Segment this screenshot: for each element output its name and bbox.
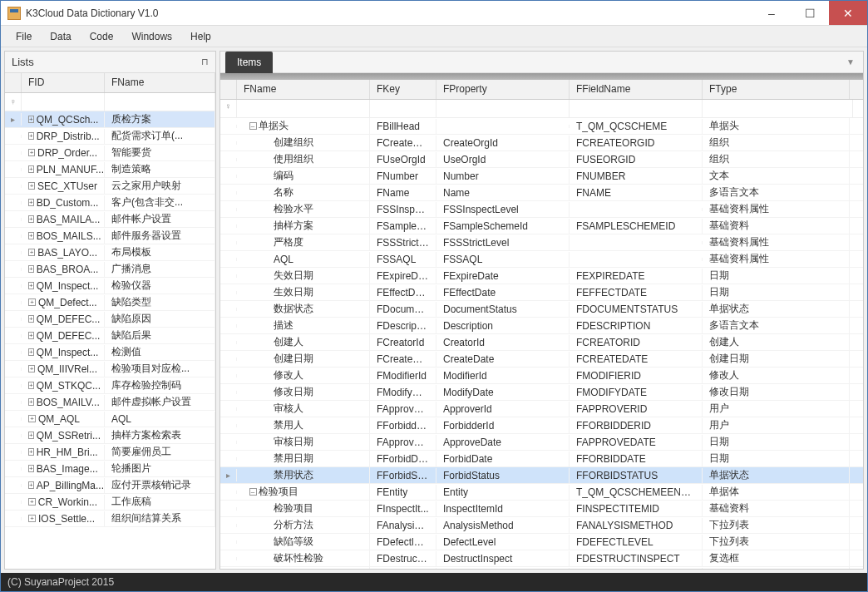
expander-icon[interactable]: + xyxy=(28,149,35,156)
expander-icon[interactable]: + xyxy=(28,415,36,422)
item-row[interactable]: ▸禁用状态FForbidStatusForbidStatusFFORBIDSTA… xyxy=(220,467,863,484)
item-row[interactable]: 创建组织FCreateOrgIdCreateOrgIdFCREATEORGID组… xyxy=(220,135,863,151)
items-col-fname[interactable]: FName xyxy=(237,80,370,99)
item-row[interactable]: 禁用日期FForbidDateForbidDateFFORBIDDATE日期 xyxy=(220,451,863,467)
expander-icon[interactable]: + xyxy=(28,249,35,256)
item-row[interactable]: AQLFSSAQLFSSAQL基础资料属性 xyxy=(220,251,863,268)
items-filter-ffieldname[interactable] xyxy=(570,100,703,117)
item-row[interactable]: 严格度FSSStrictLe...FSSStrictLevel基础资料属性 xyxy=(220,234,863,251)
tab-items[interactable]: Items xyxy=(225,52,273,73)
item-row[interactable]: 缺陷等级FDefectlevelDefectLevelFDEFECTLEVEL下… xyxy=(220,534,863,550)
item-row[interactable]: 重点检查FKeyInspectKeyInspectFKEYINSPECT复选框 xyxy=(220,567,863,569)
items-filter-fname[interactable] xyxy=(237,100,370,117)
lists-col-fid[interactable]: FID xyxy=(22,73,105,92)
list-row[interactable]: +HR_HM_Bri...简要雇佣员工 xyxy=(5,444,215,461)
expander-icon[interactable]: – xyxy=(249,122,257,130)
list-row[interactable]: +QM_Defect...缺陷类型 xyxy=(5,294,215,311)
expander-icon[interactable]: + xyxy=(28,116,34,123)
filter-icon[interactable]: ♀ xyxy=(220,100,237,117)
item-row[interactable]: 名称FNameNameFNAME多语言文本 xyxy=(220,185,863,201)
expander-icon[interactable]: + xyxy=(28,232,34,239)
item-row[interactable]: 修改日期FModifyDateModifyDateFMODIFYDATE修改日期 xyxy=(220,384,863,401)
item-row[interactable]: 描述FDescriptionDescriptionFDESCRIPTION多语言… xyxy=(220,318,863,334)
items-grid-body[interactable]: –单据头FBillHeadT_QM_QCSCHEME单据头创建组织FCreate… xyxy=(220,118,863,569)
expander-icon[interactable]: + xyxy=(28,165,34,173)
lists-col-fname[interactable]: FName xyxy=(105,73,215,92)
maximize-button[interactable]: ☐ xyxy=(791,1,829,25)
items-col-fkey[interactable]: FKey xyxy=(370,80,436,99)
menu-data[interactable]: Data xyxy=(42,27,79,46)
filter-icon[interactable]: ♀ xyxy=(5,93,22,111)
lists-filter-fid[interactable] xyxy=(22,93,105,111)
list-row[interactable]: +BAS_MAILA...邮件帐户设置 xyxy=(5,211,215,228)
expander-icon[interactable]: + xyxy=(28,398,34,406)
list-row[interactable]: +QM_Inspect...检测值 xyxy=(5,344,215,361)
list-row[interactable]: +BD_Custom...客户(包含非交... xyxy=(5,195,215,211)
expander-icon[interactable]: + xyxy=(28,498,36,506)
lists-filter-fname[interactable] xyxy=(105,93,215,111)
expander-icon[interactable]: + xyxy=(28,282,34,289)
item-row[interactable]: 创建日期FCreateDateCreateDateFCREATEDATE创建日期 xyxy=(220,351,863,368)
list-row[interactable]: +QM_IIIVRel...检验项目对应检... xyxy=(5,361,215,377)
expander-icon[interactable]: + xyxy=(28,348,34,356)
expander-icon[interactable]: + xyxy=(28,382,34,389)
list-row[interactable]: +AP_BillingMa...应付开票核销记录 xyxy=(5,477,215,494)
expander-icon[interactable]: + xyxy=(28,448,34,456)
list-row[interactable]: +QM_Inspect...检验仪器 xyxy=(5,278,215,294)
item-row[interactable]: 创建人FCreatorIdCreatorIdFCREATORID创建人 xyxy=(220,334,863,351)
menu-windows[interactable]: Windows xyxy=(123,27,180,46)
items-filter-ftype[interactable] xyxy=(703,100,853,117)
list-row[interactable]: +BAS_BROA...广播消息 xyxy=(5,261,215,278)
list-row[interactable]: +QM_DEFEC...缺陷原因 xyxy=(5,311,215,328)
item-row[interactable]: 禁用人FForbidderIdForbidderIdFFORBIDDERID用户 xyxy=(220,417,863,434)
menu-file[interactable]: File xyxy=(7,27,40,46)
item-row[interactable]: 修改人FModifierIdModifierIdFMODIFIERID修改人 xyxy=(220,368,863,384)
expander-icon[interactable]: – xyxy=(249,488,257,496)
list-row[interactable]: +PLN_MANUF...制造策略 xyxy=(5,161,215,178)
items-col-fproperty[interactable]: FProperty xyxy=(436,80,570,99)
list-row[interactable]: +CR_Workin...工作底稿 xyxy=(5,494,215,511)
expander-icon[interactable]: + xyxy=(28,265,34,273)
items-filter-fproperty[interactable] xyxy=(436,100,570,117)
expander-icon[interactable]: + xyxy=(28,365,35,372)
expander-icon[interactable]: + xyxy=(28,298,36,306)
list-row[interactable]: +BAS_LAYO...布局模板 xyxy=(5,244,215,261)
item-row[interactable]: 抽样方案FSampleSc...FSampleSchemeIdFSAMPLESC… xyxy=(220,218,863,234)
list-row[interactable]: +DRP_Order...智能要货 xyxy=(5,145,215,161)
list-row[interactable]: ▸+QM_QCSch...质检方案 xyxy=(5,111,215,128)
item-row[interactable]: –单据头FBillHeadT_QM_QCSCHEME单据头 xyxy=(220,118,863,135)
list-row[interactable]: +QM_DEFEC...缺陷后果 xyxy=(5,328,215,344)
item-row[interactable]: 生效日期FEffectDateFEffectDateFEFFECTDATE日期 xyxy=(220,284,863,301)
item-row[interactable]: –检验项目FEntityEntityT_QM_QCSCHEMEENTRY单据体 xyxy=(220,484,863,501)
expander-icon[interactable]: + xyxy=(28,465,34,472)
list-row[interactable]: +QM_AQLAQL xyxy=(5,411,215,427)
menu-help[interactable]: Help xyxy=(182,27,219,46)
minimize-button[interactable]: – xyxy=(752,1,791,25)
expander-icon[interactable]: + xyxy=(28,315,34,323)
item-row[interactable]: 审核人FApproverIdApproverIdFAPPROVERID用户 xyxy=(220,401,863,417)
item-row[interactable]: 破坏性检验FDestructI...DestructInspectFDESTRU… xyxy=(220,550,863,567)
lists-grid-body[interactable]: ▸+QM_QCSch...质检方案+DRP_Distrib...配货需求订单(.… xyxy=(5,111,215,569)
item-row[interactable]: 数据状态FDocumen...DocumentStatusFDOCUMENTST… xyxy=(220,301,863,318)
item-row[interactable]: 编码FNumberNumberFNUMBER文本 xyxy=(220,168,863,185)
list-row[interactable]: +BOS_MAILV...邮件虚拟帐户设置 xyxy=(5,394,215,411)
pin-icon[interactable]: ⊓ xyxy=(201,57,209,67)
item-row[interactable]: 失效日期FExpireDateFExpireDateFEXPIREDATE日期 xyxy=(220,268,863,284)
item-row[interactable]: 检验项目FInspectIt...InspectItemIdFINSPECTIT… xyxy=(220,501,863,517)
close-button[interactable]: ✕ xyxy=(829,1,867,25)
list-row[interactable]: +IOS_Settle...组织间结算关系 xyxy=(5,511,215,527)
list-row[interactable]: +SEC_XTUser云之家用户映射 xyxy=(5,178,215,195)
list-row[interactable]: +QM_STKQC...库存检验控制码 xyxy=(5,377,215,394)
tab-dropdown-icon[interactable]: ▼ xyxy=(843,56,858,68)
expander-icon[interactable]: + xyxy=(28,332,34,339)
menu-code[interactable]: Code xyxy=(81,27,122,46)
item-row[interactable]: 使用组织FUseOrgIdUseOrgIdFUSEORGID组织 xyxy=(220,151,863,168)
expander-icon[interactable]: + xyxy=(28,515,36,522)
list-row[interactable]: +BOS_MAILS...邮件服务器设置 xyxy=(5,228,215,244)
list-row[interactable]: +BAS_Image...轮播图片 xyxy=(5,461,215,477)
expander-icon[interactable]: + xyxy=(28,132,34,140)
list-row[interactable]: +DRP_Distrib...配货需求订单(... xyxy=(5,128,215,145)
item-row[interactable]: 分析方法FAnalysisM...AnalysisMethodFANALYSIS… xyxy=(220,517,863,534)
expander-icon[interactable]: + xyxy=(28,182,35,190)
expander-icon[interactable]: + xyxy=(28,432,34,439)
